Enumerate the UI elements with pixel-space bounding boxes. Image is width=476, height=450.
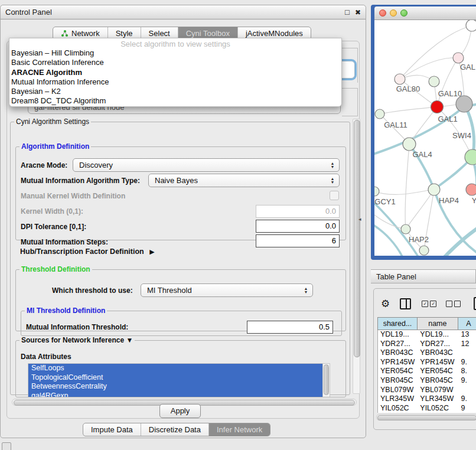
- hub-definition-expander[interactable]: Hub/Transcription Factor Definition ▶: [20, 247, 155, 256]
- checked-box-icon: ✓: [422, 301, 428, 307]
- network-node[interactable]: [453, 53, 464, 63]
- manual-kernel-checkbox[interactable]: [330, 191, 339, 200]
- table-hscroll-thumb[interactable]: [377, 415, 476, 420]
- list-item-topologicalcoefficient[interactable]: TopologicalCoefficient: [28, 373, 322, 383]
- tab-infer-network[interactable]: Infer Network: [208, 423, 270, 436]
- dropdown-item-bayesian-hill-climbing[interactable]: Bayesian – Hill Climbing: [9, 48, 341, 58]
- list-item-gal4rgexp[interactable]: gal4RGexp: [28, 392, 322, 398]
- table-row[interactable]: YBR045CYBR045C9.: [378, 376, 476, 386]
- table-row[interactable]: YBL079WYBL079W: [378, 386, 476, 395]
- list-vertical-scrollbar[interactable]: [322, 363, 330, 397]
- list-scrollbar-thumb[interactable]: [324, 364, 329, 395]
- table-horizontal-scrollbar[interactable]: [376, 414, 476, 420]
- float-window-icon[interactable]: □: [345, 8, 350, 17]
- checked-box-icon: ✓: [430, 301, 436, 307]
- sources-title-text: Sources for Network Inference: [21, 336, 124, 344]
- zoom-window-icon[interactable]: [400, 9, 407, 17]
- table-panel-titlebar: Table Panel: [371, 269, 476, 283]
- table-row[interactable]: YBR043CYBR043C: [378, 348, 476, 358]
- aracne-mode-combobox[interactable]: Discovery ▲▼: [73, 158, 340, 172]
- table-cell: YBR045C: [418, 376, 458, 386]
- table-row[interactable]: YIL052CYIL052C9: [378, 404, 476, 413]
- table-cell: YBR043C: [418, 348, 458, 358]
- table-cell: 9.: [458, 394, 476, 404]
- network-node[interactable]: [419, 246, 429, 255]
- mi-threshold-field[interactable]: 0.5: [247, 321, 333, 334]
- network-node[interactable]: [395, 74, 405, 84]
- table-row[interactable]: YER054CYER054C8.: [378, 367, 476, 376]
- cyni-algorithm-settings-group: Cyni Algorithm Settings Algorithm Defini…: [10, 118, 350, 395]
- network-node[interactable]: [429, 76, 439, 87]
- apply-button[interactable]: Apply: [159, 404, 201, 418]
- tab-discretize-data[interactable]: Discretize Data: [141, 423, 208, 436]
- table-cell: 9.: [458, 358, 476, 367]
- deselect-all-icon[interactable]: [446, 301, 462, 307]
- close-panel-icon[interactable]: ✖: [355, 8, 361, 17]
- list-item-selfloops[interactable]: SelfLoops: [28, 364, 322, 373]
- gear-icon[interactable]: ⚙: [381, 298, 390, 309]
- algorithm-definition-title: Algorithm Definition: [19, 142, 91, 151]
- table-cell: 9: [458, 404, 476, 413]
- column-header-clipped[interactable]: A: [458, 318, 476, 330]
- table-cell: 12: [458, 340, 476, 349]
- network-node[interactable]: [431, 101, 444, 113]
- kernel-width-field[interactable]: 0.0: [256, 205, 340, 218]
- column-header-name[interactable]: name: [418, 318, 458, 330]
- column-header-shared-name[interactable]: shared...: [378, 318, 418, 330]
- table-cell: 8.: [458, 367, 476, 376]
- table-cell: YDR27...: [378, 340, 418, 349]
- network-node-label: HAP4: [439, 196, 459, 205]
- control-panel-window: Control Panel □ ✖ Network Style Select C…: [0, 5, 366, 438]
- dpi-tolerance-field[interactable]: 0.0: [256, 220, 340, 233]
- list-item-betweennesscentrality[interactable]: BetweennessCentrality: [28, 382, 322, 392]
- network-node[interactable]: [374, 187, 379, 196]
- tab-network-label: Network: [71, 29, 100, 38]
- dropdown-item-aracne[interactable]: ARACNE Algorithm: [9, 68, 341, 77]
- mi-steps-field[interactable]: 6: [256, 234, 340, 247]
- dropdown-item-mutual-information[interactable]: Mutual Information Inference: [9, 77, 341, 87]
- network-node[interactable]: [456, 96, 472, 112]
- table-row[interactable]: YDL19...YDL19...13: [378, 330, 476, 340]
- threshold-definition-title: Threshold Definition: [19, 265, 92, 273]
- tab-infer-network-label: Infer Network: [217, 425, 262, 434]
- network-node-label: GAL4: [412, 150, 432, 159]
- network-node-label: GAL10: [438, 89, 462, 98]
- expanded-arrow-icon[interactable]: ▼: [126, 336, 133, 344]
- table-cell: YIL052C: [418, 404, 458, 413]
- dropdown-item-dream8[interactable]: Dream8 DC_TDC Algorithm: [9, 96, 341, 106]
- which-threshold-combobox[interactable]: MI Threshold ▲▼: [141, 283, 313, 297]
- cyni-algorithm-settings-title: Cyni Algorithm Settings: [14, 118, 91, 126]
- tab-impute-data[interactable]: Impute Data: [83, 423, 141, 436]
- which-threshold-value: MI Threshold: [147, 286, 301, 295]
- network-node[interactable]: [403, 138, 416, 151]
- threshold-definition-group: Threshold Definition Which threshold to …: [15, 265, 346, 331]
- close-window-icon[interactable]: [379, 9, 386, 17]
- vscroll-thumb[interactable]: [354, 120, 360, 357]
- dropdown-item-bayesian-k2[interactable]: Bayesian – K2: [9, 87, 341, 96]
- settings-vertical-scrollbar[interactable]: [353, 119, 360, 394]
- screen: { "control_panel": { "title": "Control P…: [0, 0, 476, 450]
- network-node[interactable]: [375, 109, 384, 119]
- network-node-label: GAL1: [438, 115, 457, 123]
- network-canvas[interactable]: GALGAL80GAL10GAL1GAL11SWI4GAL4GCY1HAP4YH…: [374, 20, 476, 256]
- select-all-icon[interactable]: ✓ ✓: [422, 301, 438, 307]
- unchecked-box-icon: [454, 301, 461, 307]
- mi-type-combobox[interactable]: Naive Bayes ▲▼: [148, 174, 340, 187]
- network-node[interactable]: [466, 20, 476, 31]
- columns-icon[interactable]: [400, 298, 411, 309]
- table-row[interactable]: YLR345WYLR345W9.: [378, 394, 476, 404]
- minimized-widget-fragment: [2, 442, 11, 450]
- tab-discretize-data-label: Discretize Data: [149, 425, 201, 434]
- dropdown-item-basic-correlation[interactable]: Basic Correlation Inference: [9, 58, 341, 67]
- table-cell: YBR045C: [378, 376, 418, 386]
- network-node[interactable]: [401, 224, 410, 234]
- table-row[interactable]: YDR27...YDR27...12: [378, 340, 476, 349]
- manual-kernel-label: Manual Kernel Width Definition: [21, 192, 125, 200]
- network-node[interactable]: [466, 184, 476, 195]
- panel-splitter-arrow[interactable]: ◂: [358, 216, 361, 222]
- table-row[interactable]: YPR145WYPR145W9.: [378, 358, 476, 367]
- minimize-window-icon[interactable]: [390, 9, 397, 17]
- network-node[interactable]: [428, 184, 440, 195]
- export-table-icon[interactable]: [474, 297, 476, 310]
- kernel-width-label: Kernel Width (0,1):: [21, 207, 83, 216]
